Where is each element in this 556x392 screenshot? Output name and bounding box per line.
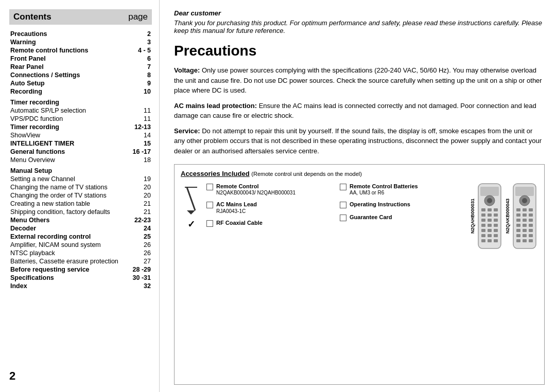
accessory-sub: AA, UM3 or R6 <box>350 190 418 195</box>
svg-rect-22 <box>481 234 485 237</box>
svg-rect-26 <box>488 239 492 242</box>
remote-label-1: N2QAHB000031 <box>470 199 475 234</box>
accessory-checkbox <box>206 220 213 227</box>
svg-rect-34 <box>529 208 533 211</box>
toc-row: Menu Overview18 <box>9 156 152 164</box>
svg-rect-9 <box>494 208 498 211</box>
svg-rect-21 <box>494 229 498 232</box>
precaution-paragraph: AC mains lead protection: Ensure the AC … <box>174 101 545 121</box>
dear-customer-section: Dear customer Thank you for purchasing t… <box>174 9 545 34</box>
toc-label: Setting a new Channel <box>9 175 130 183</box>
toc-num <box>130 164 152 175</box>
toc-row: Index32 <box>9 282 152 290</box>
accessories-main: ✓ Remote ControlN2QAKB000043/ N2QAHB0000… <box>181 183 538 250</box>
precaution-label: Voltage: <box>174 66 200 74</box>
toc-row: Changing the name of TV stations20 <box>9 183 152 191</box>
accessory-sub: N2QAKB000043/ N2QAHB000031 <box>216 190 296 195</box>
toc-row: NTSC playback26 <box>9 249 152 257</box>
toc-row: Specifications30 -31 <box>9 274 152 282</box>
svg-rect-13 <box>481 219 485 222</box>
toc-row: General functions16 -17 <box>9 148 152 156</box>
accessory-item: Operating Instructions <box>340 201 465 208</box>
toc-row: Menu Others22-23 <box>9 216 152 224</box>
left-column: Contents page Precautions2Warning3Remote… <box>0 0 160 392</box>
accessory-item: RF Coaxial Cable <box>206 219 332 227</box>
svg-rect-39 <box>523 219 527 222</box>
svg-rect-23 <box>488 234 492 237</box>
svg-rect-12 <box>494 213 498 217</box>
toc-num: 7 <box>130 63 152 71</box>
svg-point-6 <box>487 198 492 203</box>
toc-label: Changing the order of TV stations <box>9 191 130 200</box>
toc-row: Automatic SP/LP selection11 <box>9 106 152 115</box>
toc-row: Precautions2 <box>9 30 152 38</box>
toc-num: 26 <box>130 241 152 249</box>
toc-label: Warning <box>9 38 130 46</box>
accessories-subtitle: (Remote control unit depends on the mode… <box>251 171 362 177</box>
dear-customer-text: Thank you for purchasing this product. F… <box>174 19 542 34</box>
toc-row: Front Panel6 <box>9 55 152 63</box>
toc-label: Auto Setup <box>9 79 130 87</box>
toc-label: Recording <box>9 87 130 96</box>
contents-header: Contents page <box>9 9 152 25</box>
page-number: 2 <box>9 364 152 383</box>
accessory-checkbox <box>206 202 213 208</box>
svg-rect-8 <box>488 208 492 211</box>
accessories-box: Accessories Included (Remote control uni… <box>174 164 545 385</box>
svg-rect-18 <box>494 224 498 227</box>
toc-label: Automatic SP/LP selection <box>9 106 130 115</box>
toc-row: Shipping condition, factory defaults21 <box>9 208 152 216</box>
toc-row: ShowView14 <box>9 131 152 139</box>
toc-row: VPS/PDC function11 <box>9 115 152 123</box>
toc-num: 2 <box>130 30 152 38</box>
toc-num: 10 <box>130 87 152 96</box>
svg-rect-4 <box>480 187 499 196</box>
toc-num: 18 <box>130 156 152 164</box>
svg-rect-33 <box>523 208 527 211</box>
svg-rect-42 <box>523 224 527 227</box>
accessory-item: Remote Control BatteriesAA, UM3 or R6 <box>340 183 465 195</box>
accessory-label: Guarantee Card <box>350 213 392 221</box>
accessories-items-right: Remote Control BatteriesAA, UM3 or R6Ope… <box>340 183 465 250</box>
toc-row: Warning3 <box>9 38 152 46</box>
toc-row: Timer recording12-13 <box>9 123 152 131</box>
toc-num: 21 <box>130 200 152 208</box>
accessories-icons: ✓ <box>181 183 201 250</box>
svg-rect-7 <box>481 208 485 211</box>
toc-row: Manual Setup <box>9 164 152 175</box>
toc-num: 16 -17 <box>130 148 152 156</box>
svg-rect-20 <box>488 229 492 232</box>
svg-rect-19 <box>481 229 485 232</box>
toc-label: Remote control functions <box>9 46 130 55</box>
svg-rect-45 <box>523 229 527 232</box>
toc-row: INTELLIGENT TIMER15 <box>9 139 152 148</box>
svg-rect-25 <box>481 239 485 242</box>
toc-label: Front Panel <box>9 55 130 63</box>
toc-num: 15 <box>130 139 152 148</box>
toc-num: 12-13 <box>130 123 152 131</box>
toc-label: INTELLIGENT TIMER <box>9 139 130 148</box>
pencil-icon <box>181 185 201 216</box>
toc-label: Creating a new station table <box>9 200 130 208</box>
toc-num: 11 <box>130 115 152 123</box>
svg-rect-43 <box>529 224 533 227</box>
toc-num <box>130 96 152 106</box>
svg-rect-27 <box>494 239 498 242</box>
toc-num: 6 <box>130 55 152 63</box>
svg-rect-46 <box>529 229 533 232</box>
toc-num: 20 <box>130 191 152 200</box>
dear-customer-title: Dear customer <box>174 9 545 17</box>
page-label: page <box>128 12 148 22</box>
right-column: Dear customer Thank you for purchasing t… <box>160 0 556 392</box>
accessory-checkbox <box>340 215 346 221</box>
toc-row: Remote control functions4 - 5 <box>9 46 152 55</box>
toc-row: Auto Setup9 <box>9 79 152 87</box>
toc-label: Before requesting service <box>9 265 130 274</box>
toc-label: ShowView <box>9 131 130 139</box>
toc-label: Manual Setup <box>9 164 130 175</box>
contents-title: Contents <box>13 12 51 22</box>
toc-num: 21 <box>130 208 152 216</box>
toc-label: Index <box>9 282 130 290</box>
toc-num: 11 <box>130 106 152 115</box>
precaution-paragraph: Voltage: Only use power sources complyin… <box>174 65 545 96</box>
